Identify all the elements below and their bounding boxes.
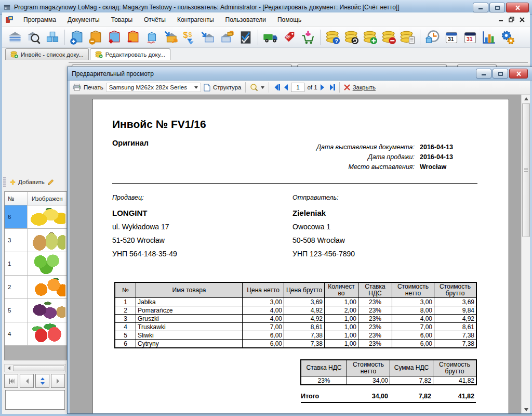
invoice-item-row: 3 Gruszki 4,00 4,92 1,00 23% 4,00 4,92 (115, 315, 476, 323)
mdi-minimize-icon[interactable] (499, 17, 503, 22)
previous-page-icon[interactable] (283, 84, 288, 90)
row-number-cell[interactable]: 3 (5, 229, 28, 252)
table-row[interactable]: 3 (5, 229, 66, 252)
row-number-cell[interactable]: 6 (5, 205, 28, 228)
scroll-left-arrow-icon[interactable] (5, 365, 13, 372)
edit-pencil-icon[interactable] (47, 178, 55, 186)
item-quantity: 1,00 (325, 331, 358, 340)
horizontal-scrollbar[interactable] (4, 364, 66, 372)
coins-refresh-icon[interactable] (343, 29, 360, 46)
minimize-button[interactable] (473, 3, 488, 12)
menu-help[interactable]: Помощь (272, 14, 307, 26)
last-page-icon[interactable] (328, 84, 335, 90)
menu-contractors[interactable]: Контрагенты (171, 14, 220, 26)
first-page-icon[interactable] (273, 84, 281, 90)
row-image-cell[interactable] (28, 205, 66, 228)
structure-button[interactable]: Структура (213, 84, 242, 90)
remove-document-icon[interactable] (87, 29, 104, 46)
total-vat: 7,82 (390, 393, 433, 400)
time-icon[interactable] (424, 29, 441, 46)
mdi-close-icon[interactable] (520, 17, 525, 22)
row-number-cell[interactable]: 5 (5, 299, 28, 322)
scrollbar-thumb[interactable] (522, 103, 530, 237)
row-number-cell[interactable]: 2 (5, 276, 28, 298)
search-warehouse-icon[interactable] (25, 29, 42, 46)
calendar-blue-icon[interactable]: 31 (443, 29, 460, 46)
close-x-icon[interactable] (344, 84, 350, 90)
dialog-close-button[interactable] (509, 69, 528, 79)
next-page-icon[interactable] (320, 84, 325, 90)
page-number-input[interactable] (291, 83, 304, 92)
dialog-restore-button[interactable] (493, 69, 508, 79)
coins-add-icon[interactable] (362, 29, 379, 46)
item-vat-rate: 23% (358, 323, 392, 331)
add-red-document-icon[interactable] (106, 29, 123, 46)
menu-goods[interactable]: Товары (105, 14, 138, 26)
print-button[interactable]: Печать (84, 84, 103, 90)
table-row[interactable]: 4 (5, 322, 66, 346)
row-image-cell[interactable] (28, 229, 66, 252)
scroll-down-arrow-icon[interactable] (522, 406, 530, 413)
calendar-red-icon[interactable]: 31 (461, 29, 478, 46)
close-preview-button[interactable]: Закрыть (353, 84, 376, 90)
table-row[interactable]: 6 (5, 205, 66, 229)
previous-record-button[interactable] (20, 374, 34, 388)
tab-invoice-list[interactable]: Инвойс - список доку... (5, 48, 89, 60)
menu-users[interactable]: Пользователи (220, 14, 272, 26)
row-image-cell[interactable] (28, 276, 66, 298)
dialog-minimize-button[interactable] (476, 69, 491, 79)
row-number-cell[interactable]: 4 (5, 322, 28, 345)
first-record-button[interactable] (4, 374, 18, 388)
scroll-up-arrow-icon[interactable] (522, 95, 530, 102)
delivery-truck-icon[interactable] (262, 29, 279, 46)
preview-vertical-scrollbar[interactable] (521, 95, 530, 413)
zoom-icon[interactable] (250, 83, 258, 92)
menu-reports[interactable]: Отчёты (138, 14, 171, 26)
price-tag-icon[interactable]: % (281, 29, 298, 46)
row-image-cell[interactable] (28, 322, 66, 345)
mdi-restore-icon[interactable] (509, 17, 514, 22)
restore-button[interactable] (489, 3, 505, 12)
table-row[interactable]: 2 (5, 276, 66, 299)
coins-remove-icon[interactable] (380, 29, 397, 46)
vat-amount: 7,82 (390, 376, 433, 385)
inventory-icon[interactable] (143, 29, 161, 46)
tab-edit-document[interactable]: Редактировать доку... (90, 48, 170, 60)
item-net-price: 7,00 (243, 323, 284, 331)
sort-records-button[interactable] (35, 374, 49, 388)
menu-program[interactable]: Программа (18, 14, 62, 26)
table-row[interactable]: 1 (5, 252, 66, 276)
scrollbar-thumb[interactable] (13, 365, 64, 371)
goods-receive-icon[interactable] (200, 29, 217, 46)
column-header-number[interactable]: № (5, 192, 28, 205)
dialog-title: Предварительный просмотр (72, 70, 154, 77)
close-button[interactable] (506, 3, 529, 12)
row-image-cell[interactable] (28, 252, 66, 275)
warehouse-icon[interactable] (6, 29, 23, 46)
money-transfer-icon[interactable]: $$ (181, 29, 198, 46)
statistics-chart-icon[interactable] (480, 29, 497, 46)
goods-issue-icon[interactable] (218, 29, 235, 46)
settings-gears-icon[interactable] (499, 29, 516, 46)
menu-documents[interactable]: Документы (62, 14, 105, 26)
transfer-receive-icon[interactable] (162, 29, 179, 46)
coins-help-icon[interactable]: ? (324, 29, 341, 46)
goods-boxes-icon[interactable] (44, 29, 61, 46)
checklist-icon[interactable] (237, 29, 254, 46)
add-item-button[interactable]: Добавить (7, 178, 47, 187)
zoom-dropdown-arrow-icon[interactable] (261, 86, 264, 89)
form-labels (2, 60, 67, 149)
new-document-icon[interactable] (69, 29, 86, 46)
meta-label: Дата выставления документа: (316, 144, 415, 151)
notes-field[interactable] (5, 390, 65, 410)
column-header-image[interactable]: Изображен (28, 192, 66, 205)
item-gross-value: 4,92 (434, 315, 476, 323)
next-record-button[interactable] (51, 374, 65, 388)
table-row[interactable]: 5 (5, 299, 66, 322)
row-image-cell[interactable] (28, 299, 66, 322)
coins-report-icon[interactable] (399, 29, 416, 46)
remove-red-document-icon[interactable] (125, 29, 142, 46)
printer-select[interactable]: Samsung M262x 282x Series (106, 83, 201, 92)
shopping-cart-icon[interactable] (299, 29, 316, 46)
row-number-cell[interactable]: 1 (5, 252, 28, 275)
